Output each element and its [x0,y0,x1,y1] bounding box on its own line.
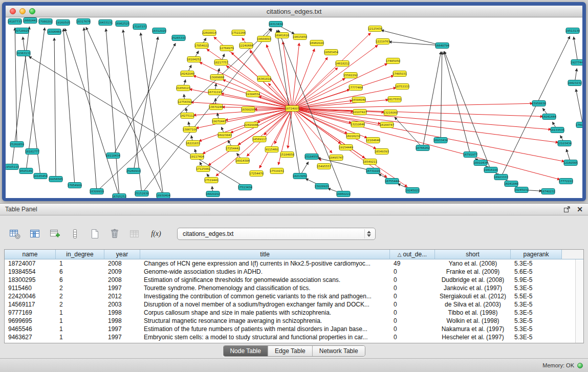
graph-node[interactable]: 12764979 [220,46,234,51]
edit-table-button[interactable] [47,226,62,242]
table-cell[interactable]: 0 [390,317,435,325]
column-header-title[interactable]: title [140,250,390,259]
graph-edge[interactable] [292,57,328,108]
graph-node[interactable]: 18433131 [98,20,113,26]
graph-node[interactable]: 17513434 [238,185,252,190]
column-header-year[interactable]: year [104,250,140,259]
table-cell[interactable]: Embryonic stem cells: a model to study s… [140,333,390,341]
table-cell[interactable]: 9777169 [5,309,56,317]
table-cell[interactable]: 5.3E-5 [511,259,562,268]
graph-node[interactable]: 17772222 [559,179,573,184]
graph-edge[interactable] [292,108,321,161]
graph-node[interactable]: 9505149 [19,168,33,174]
graph-node[interactable]: 17125442 [196,166,210,172]
graph-node[interactable]: 17254442 [226,146,240,151]
graph-node[interactable]: 15184555 [304,154,319,160]
graph-node[interactable]: 17522266 [231,30,246,36]
graph-edge[interactable] [423,52,441,148]
graph-node[interactable]: 13216060 [383,110,398,116]
table-cell[interactable]: 0 [390,300,435,309]
graph-node[interactable]: 19070447 [212,119,226,124]
graph-node[interactable]: 17485050 [386,58,400,64]
table-cell[interactable]: 0 [390,292,435,300]
graph-node[interactable]: 19154449 [339,145,353,150]
column-header-short[interactable]: short [435,250,511,259]
table-cell[interactable]: 1 [56,325,104,333]
graph-node[interactable]: 14569117 [252,137,267,142]
graph-edge[interactable] [576,89,582,125]
graph-node[interactable]: 18213050 [293,173,307,179]
function-builder-button[interactable]: f(x) [147,226,165,242]
graph-node[interactable]: 16962020 [310,40,324,46]
graph-node[interactable]: 16648794 [435,43,449,49]
table-cell[interactable]: 1997 [104,325,140,333]
table-cell[interactable]: 49 [390,259,435,268]
graph-node[interactable]: 18217757 [214,60,228,65]
graph-node[interactable]: 12160565 [563,160,578,166]
graph-node[interactable]: 13867100 [183,127,197,133]
tab-network-table[interactable]: Network Table [312,346,365,356]
graph-node[interactable]: 16933434 [433,138,448,143]
table-cell[interactable]: 6 [56,276,104,284]
graph-node[interactable]: 15582292 [343,73,358,78]
table-cell[interactable]: 1 [56,317,104,325]
table-cell[interactable]: 1 [56,309,104,317]
table-cell[interactable]: Wolkin et al. (1998) [435,317,511,325]
graph-node[interactable]: 18317676 [76,19,91,25]
graph-edge[interactable] [84,28,97,191]
table-cell[interactable]: Structural magnetic resonance image aver… [140,317,390,325]
graph-edge[interactable] [203,108,292,154]
graph-node[interactable]: 19416100 [484,167,498,173]
graph-node[interactable]: 16914384 [235,158,250,164]
delete-column-button[interactable] [107,226,122,242]
zoom-window-button[interactable] [29,8,35,14]
graph-node[interactable]: 18133535 [550,127,564,133]
close-panel-button[interactable]: ✕ [577,206,583,213]
table-cell[interactable]: Jankovic et al. (1997) [435,284,511,292]
graph-node[interactable]: 19245022 [405,188,420,193]
table-cell[interactable]: Tibbo et al. (1998) [435,309,511,317]
table-cell[interactable]: 5.5E-5 [511,292,562,300]
table-cell[interactable]: Nakamura et al. (1997) [435,325,511,333]
graph-node[interactable]: 16164747 [380,122,394,128]
graph-node[interactable]: 22420046 [244,122,258,128]
table-cell[interactable]: 5.3E-5 [511,333,562,341]
graph-node[interactable]: 20363131 [16,51,31,56]
graph-node[interactable]: 18184252 [187,57,201,62]
graph-node[interactable]: 21858123 [176,85,190,91]
graph-edge[interactable] [65,28,119,196]
table-cell[interactable]: 5.3E-5 [511,317,562,325]
graph-node[interactable]: 12164646 [366,138,380,143]
table-cell[interactable]: 1998 [104,309,140,317]
table-cell[interactable]: 19384554 [5,268,56,276]
table-cell[interactable]: 18300295 [5,276,56,284]
table-row[interactable]: 946362711997Embryonic stem cells: a mode… [5,333,576,341]
graph-node[interactable]: 18766262 [416,145,430,151]
graph-node[interactable]: 15184858 [280,152,294,158]
table-cell[interactable]: 2008 [104,276,140,284]
graph-node[interactable]: 14275112 [180,113,194,119]
tab-node-table[interactable]: Node Table [223,346,268,356]
graph-edge[interactable] [292,108,543,117]
graph-node[interactable]: 18300295 [241,107,255,113]
graph-node[interactable]: 16023843 [217,133,232,138]
graph-node[interactable]: 18724007 [285,106,299,112]
graph-edge[interactable] [63,29,75,185]
graph-node[interactable]: 17254470 [249,171,264,177]
table-cell[interactable]: 0 [390,333,435,341]
table-cell[interactable]: 5.6E-5 [511,268,562,276]
graph-node[interactable]: 19277444 [571,60,582,65]
graph-edge[interactable] [216,108,292,176]
graph-node[interactable]: 13210646 [351,122,365,127]
graph-node[interactable]: 18118434 [106,153,120,159]
table-cell[interactable]: 9463627 [5,333,56,341]
table-cell[interactable]: de Silva et al. (2003) [435,300,511,309]
graph-node[interactable]: 9115460 [265,147,278,152]
table-row[interactable]: 1830029562008Estimation of significance … [5,276,576,284]
graph-node[interactable]: 17080202 [38,19,53,25]
column-header-in-degree[interactable]: in_degree [56,250,104,259]
graph-edge[interactable] [574,37,578,62]
table-cell[interactable]: 5.3E-5 [511,300,562,309]
table-cell[interactable]: 2009 [104,268,140,276]
graph-node[interactable]: 12219767 [376,39,390,45]
